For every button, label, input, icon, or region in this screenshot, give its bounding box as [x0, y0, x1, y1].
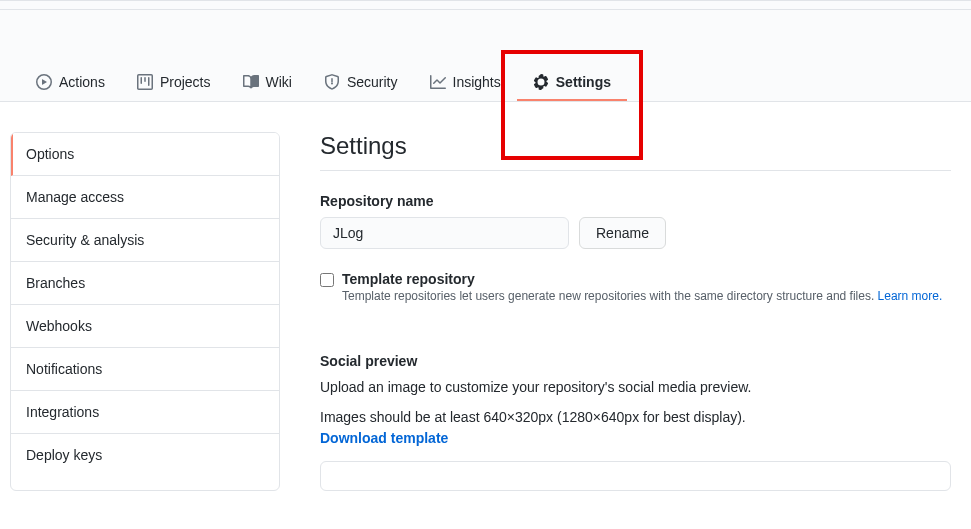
social-preview-dropzone[interactable] — [320, 461, 951, 491]
tab-security-label: Security — [347, 74, 398, 90]
template-repo-checkbox[interactable] — [320, 273, 334, 287]
tab-actions[interactable]: Actions — [20, 65, 121, 101]
template-repo-desc: Template repositories let users generate… — [342, 289, 951, 303]
tab-projects-label: Projects — [160, 74, 211, 90]
repo-tabnav: Actions Projects Wiki Security Insights — [0, 10, 971, 102]
gear-icon — [533, 74, 549, 90]
sidebar-item-deploy-keys[interactable]: Deploy keys — [11, 434, 279, 476]
page-title: Settings — [320, 132, 951, 171]
sidebar-item-notifications[interactable]: Notifications — [11, 348, 279, 391]
download-template-link[interactable]: Download template — [320, 430, 448, 446]
rename-button[interactable]: Rename — [579, 217, 666, 249]
tab-security[interactable]: Security — [308, 65, 414, 101]
top-separator — [0, 0, 971, 10]
template-repo-desc-text: Template repositories let users generate… — [342, 289, 878, 303]
tab-projects[interactable]: Projects — [121, 65, 227, 101]
settings-sidebar: Options Manage access Security & analysi… — [10, 132, 280, 491]
repo-name-label: Repository name — [320, 193, 951, 209]
tab-settings-label: Settings — [556, 74, 611, 90]
tab-wiki[interactable]: Wiki — [227, 65, 308, 101]
social-preview-desc1: Upload an image to customize your reposi… — [320, 379, 951, 395]
sidebar-item-options[interactable]: Options — [11, 133, 279, 176]
sidebar-item-webhooks[interactable]: Webhooks — [11, 305, 279, 348]
tab-insights[interactable]: Insights — [414, 65, 517, 101]
sidebar-item-manage-access[interactable]: Manage access — [11, 176, 279, 219]
tab-actions-label: Actions — [59, 74, 105, 90]
sidebar-item-integrations[interactable]: Integrations — [11, 391, 279, 434]
sidebar-item-security-analysis[interactable]: Security & analysis — [11, 219, 279, 262]
project-icon — [137, 74, 153, 90]
tab-wiki-label: Wiki — [266, 74, 292, 90]
graph-icon — [430, 74, 446, 90]
learn-more-link[interactable]: Learn more. — [878, 289, 943, 303]
book-icon — [243, 74, 259, 90]
template-repo-label: Template repository — [342, 271, 475, 287]
tab-insights-label: Insights — [453, 74, 501, 90]
shield-icon — [324, 74, 340, 90]
tab-settings[interactable]: Settings — [517, 65, 627, 101]
play-icon — [36, 74, 52, 90]
repo-name-input[interactable] — [320, 217, 569, 249]
social-preview-title: Social preview — [320, 353, 951, 369]
social-preview-desc2: Images should be at least 640×320px (128… — [320, 409, 951, 425]
sidebar-item-branches[interactable]: Branches — [11, 262, 279, 305]
settings-main: Settings Repository name Rename Template… — [280, 132, 961, 491]
